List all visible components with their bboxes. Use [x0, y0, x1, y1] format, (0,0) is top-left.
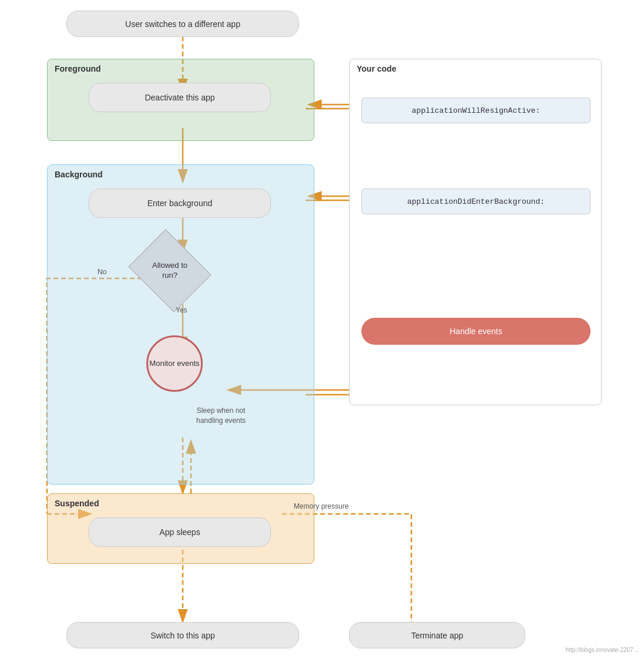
code-resign-node: applicationWillResignActive: — [361, 97, 591, 123]
your-code-panel: Your code applicationWillResignActive: a… — [349, 59, 602, 405]
user-switches-label: User switches to a different app — [125, 19, 240, 29]
background-label: Background — [55, 170, 103, 179]
switch-to-app-node: Switch to this app — [66, 622, 299, 648]
enter-background-node: Enter background — [89, 189, 271, 218]
app-sleeps-node: App sleeps — [89, 517, 271, 547]
monitor-events-label: Monitor events — [149, 359, 199, 369]
suspended-label: Suspended — [55, 499, 99, 508]
terminate-app-node: Terminate app — [349, 622, 525, 648]
sleep-label: Sleep when nothandling events — [177, 406, 265, 426]
code-enterbg-label: applicationDidEnterBackground: — [407, 197, 545, 206]
watermark: http://blogs.innovate-2207... — [566, 647, 638, 653]
background-panel: Background Enter background Allowed to r… — [47, 164, 314, 485]
deactivate-node: Deactivate this app — [89, 83, 271, 112]
handle-events-label: Handle events — [450, 327, 502, 336]
monitor-events-node: Monitor events — [146, 335, 203, 392]
deactivate-label: Deactivate this app — [145, 93, 214, 102]
your-code-label: Your code — [357, 64, 396, 73]
switch-to-app-label: Switch to this app — [150, 631, 215, 640]
memory-pressure-label: Memory pressure — [294, 502, 348, 510]
enter-background-label: Enter background — [147, 199, 213, 208]
code-resign-label: applicationWillResignActive: — [412, 106, 540, 115]
user-switches-node: User switches to a different app — [66, 11, 299, 37]
allowed-diamond — [128, 229, 211, 312]
no-label: No — [98, 268, 106, 276]
foreground-label: Foreground — [55, 64, 101, 73]
app-sleeps-label: App sleeps — [159, 527, 200, 537]
diamond-wrapper: Allowed to run? — [135, 241, 205, 300]
code-enterbg-node: applicationDidEnterBackground: — [361, 189, 591, 214]
foreground-panel: Foreground Deactivate this app — [47, 59, 314, 141]
diagram-container: User switches to a different app Foregro… — [0, 0, 644, 659]
suspended-panel: Suspended App sleeps — [47, 493, 314, 564]
terminate-app-label: Terminate app — [411, 631, 464, 640]
yes-label: Yes — [176, 306, 187, 314]
handle-events-node: Handle events — [361, 318, 591, 345]
